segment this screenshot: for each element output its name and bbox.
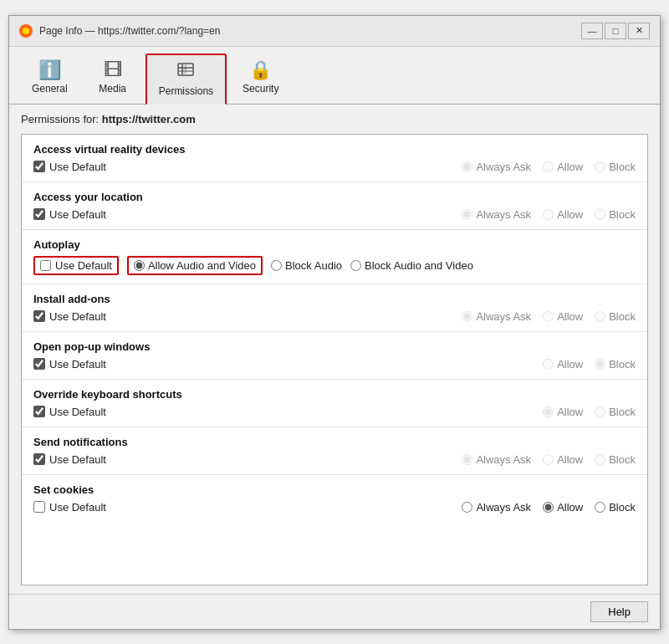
security-icon: 🔒	[249, 59, 272, 81]
notifications-block[interactable]: Block	[595, 453, 636, 466]
location-radio-group: Always Ask Allow Block	[134, 208, 636, 221]
autoplay-block-av[interactable]: Block Audio and Video	[350, 259, 473, 272]
popups-allow[interactable]: Allow	[543, 358, 583, 371]
vr-always-ask-label: Always Ask	[476, 161, 531, 173]
section-notifications: Send notifications Use Default Always As…	[22, 427, 647, 475]
autoplay-block-audio-radio[interactable]	[271, 260, 282, 271]
popups-radio-group: Allow Block	[134, 358, 636, 371]
keyboard-block-label: Block	[609, 406, 636, 418]
addons-allow-label: Allow	[557, 310, 583, 323]
popups-use-default-label: Use Default	[49, 358, 106, 371]
autoplay-use-default-checkbox[interactable]	[40, 260, 51, 271]
notifications-allow-radio[interactable]	[543, 454, 554, 465]
autoplay-allow-av[interactable]: Allow Audio and Video	[134, 259, 256, 272]
autoplay-block-audio[interactable]: Block Audio	[271, 259, 342, 272]
popups-block-label: Block	[609, 358, 636, 371]
cookies-allow[interactable]: Allow	[543, 501, 583, 514]
popups-use-default: Use Default	[33, 358, 125, 371]
addons-allow-radio[interactable]	[543, 311, 554, 322]
location-block[interactable]: Block	[595, 208, 636, 221]
tab-security[interactable]: 🔒 Security	[230, 54, 291, 104]
permissions-icon: ✓ ✗ ✓	[176, 60, 196, 84]
popups-use-default-checkbox[interactable]	[33, 358, 45, 370]
vr-always-ask-radio[interactable]	[462, 161, 472, 172]
addons-use-default-checkbox[interactable]	[33, 310, 45, 322]
location-allow-label: Allow	[557, 208, 583, 221]
location-always-ask[interactable]: Always Ask	[462, 208, 531, 221]
section-autoplay-row: Use Default Allow Audio and Video Block …	[33, 256, 636, 275]
tab-general[interactable]: ℹ️ General	[19, 54, 80, 104]
section-location-row: Use Default Always Ask Allow	[33, 208, 636, 221]
notifications-always-ask-radio[interactable]	[462, 454, 472, 465]
popups-block-radio[interactable]	[595, 359, 605, 370]
location-use-default-checkbox[interactable]	[33, 208, 45, 220]
minimize-button[interactable]: —	[581, 23, 603, 39]
section-vr-title: Access virtual reality devices	[33, 143, 636, 156]
notifications-always-ask[interactable]: Always Ask	[462, 453, 531, 466]
autoplay-block-av-radio[interactable]	[350, 260, 361, 271]
permissions-panel[interactable]: Access virtual reality devices Use Defau…	[21, 134, 648, 585]
addons-allow[interactable]: Allow	[543, 310, 583, 323]
notifications-always-ask-label: Always Ask	[476, 453, 531, 466]
vr-use-default-checkbox[interactable]	[33, 161, 45, 172]
cookies-allow-radio[interactable]	[543, 502, 554, 513]
location-always-ask-label: Always Ask	[476, 208, 531, 221]
popups-block[interactable]: Block	[595, 358, 636, 371]
notifications-use-default-checkbox[interactable]	[33, 453, 45, 465]
tab-media[interactable]: 🎞 Media	[84, 54, 142, 104]
keyboard-allow[interactable]: Allow	[543, 406, 583, 418]
addons-always-ask-radio[interactable]	[462, 311, 472, 322]
location-block-radio[interactable]	[595, 209, 605, 220]
keyboard-block-radio[interactable]	[595, 406, 605, 417]
help-button[interactable]: Help	[590, 601, 648, 622]
vr-always-ask[interactable]: Always Ask	[462, 161, 531, 173]
addons-always-ask-label: Always Ask	[476, 310, 531, 323]
addons-use-default: Use Default	[33, 310, 125, 323]
location-allow[interactable]: Allow	[543, 208, 583, 221]
section-keyboard-row: Use Default Allow Block	[33, 406, 636, 418]
section-popups-title: Open pop-up windows	[33, 340, 636, 353]
keyboard-use-default-label: Use Default	[49, 406, 106, 418]
tab-media-label: Media	[99, 83, 126, 95]
popups-allow-radio[interactable]	[543, 359, 554, 370]
close-button[interactable]: ✕	[628, 23, 650, 39]
vr-block-radio[interactable]	[595, 161, 605, 172]
footer: Help	[9, 594, 660, 629]
vr-use-default-label: Use Default	[49, 161, 106, 173]
location-use-default: Use Default	[33, 208, 125, 221]
addons-use-default-label: Use Default	[49, 310, 106, 323]
vr-block[interactable]: Block	[595, 161, 636, 173]
cookies-use-default-checkbox[interactable]	[33, 501, 45, 513]
location-allow-radio[interactable]	[543, 209, 554, 220]
section-addons: Install add-ons Use Default Always Ask	[22, 284, 647, 332]
tab-permissions[interactable]: ✓ ✗ ✓ Permissions	[146, 54, 227, 105]
keyboard-block[interactable]: Block	[595, 406, 636, 418]
section-autoplay: Autoplay Use Default Allow Audio and Vid…	[22, 230, 647, 284]
cookies-always-ask[interactable]: Always Ask	[462, 501, 531, 514]
cookies-block[interactable]: Block	[595, 501, 636, 514]
section-keyboard: Override keyboard shortcuts Use Default …	[22, 380, 647, 427]
keyboard-use-default-checkbox[interactable]	[33, 406, 45, 417]
autoplay-allow-av-radio[interactable]	[134, 260, 145, 271]
addons-block[interactable]: Block	[595, 310, 636, 323]
content-area: Permissions for: https://twitter.com Acc…	[9, 105, 660, 594]
addons-always-ask[interactable]: Always Ask	[462, 310, 531, 323]
section-location: Access your location Use Default Always …	[22, 182, 647, 230]
vr-use-default: Use Default	[33, 161, 125, 173]
vr-allow-radio[interactable]	[543, 161, 554, 172]
section-popups-row: Use Default Allow Block	[33, 358, 636, 371]
notifications-allow-label: Allow	[557, 453, 583, 466]
notifications-radio-group: Always Ask Allow Block	[134, 453, 636, 466]
location-always-ask-radio[interactable]	[462, 209, 472, 220]
addons-block-radio[interactable]	[595, 311, 605, 322]
notifications-allow[interactable]: Allow	[543, 453, 583, 466]
permissions-for-url: https://twitter.com	[102, 113, 196, 125]
vr-allow[interactable]: Allow	[543, 161, 583, 173]
cookies-always-ask-radio[interactable]	[462, 502, 472, 513]
location-use-default-label: Use Default	[49, 208, 106, 221]
maximize-button[interactable]: □	[605, 23, 626, 39]
notifications-block-radio[interactable]	[595, 454, 605, 465]
keyboard-allow-radio[interactable]	[543, 406, 554, 417]
cookies-block-radio[interactable]	[595, 502, 605, 513]
popups-allow-label: Allow	[557, 358, 583, 371]
